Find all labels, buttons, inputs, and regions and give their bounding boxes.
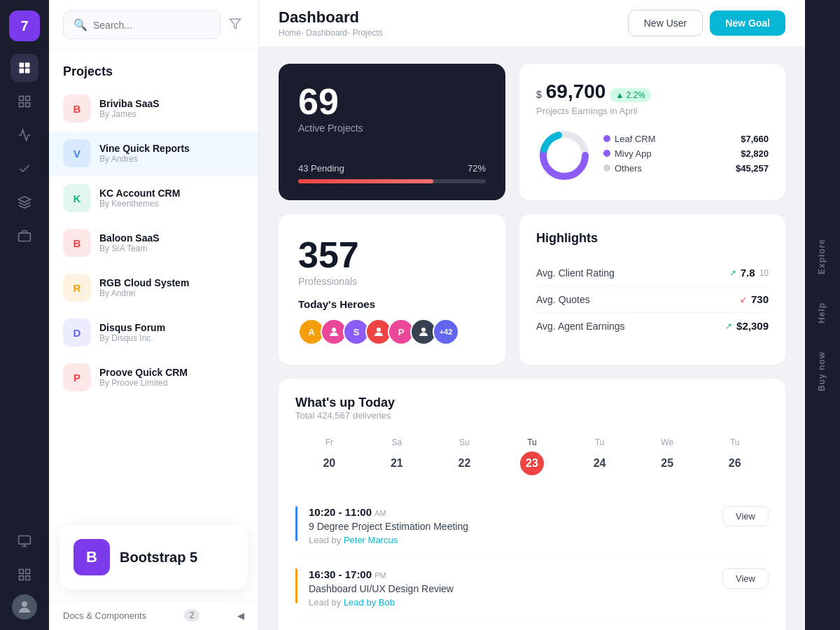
search-icon: 🔍: [74, 18, 88, 31]
project-icon: V: [63, 139, 91, 167]
svg-rect-7: [26, 103, 30, 107]
professionals-card: 357 Professionals Today's Heroes A S P: [279, 214, 505, 365]
right-panel: Explore Help Buy now: [805, 0, 840, 630]
highlight-val-row: ↙ 730: [740, 293, 769, 305]
event-bar: [295, 568, 298, 603]
event-time: 16:30 - 17:00 PM: [309, 568, 454, 580]
event-lead: Lead by Lead by Bob: [309, 597, 454, 608]
event-lead-link[interactable]: Peter Marcus: [344, 535, 398, 545]
trend-up-icon: ↗: [729, 268, 736, 278]
docs-label: Docs & Components: [63, 610, 146, 621]
nav-monitor-icon[interactable]: [10, 527, 38, 555]
svg-point-24: [421, 328, 426, 332]
sidebar-item-project[interactable]: V Vine Quick Reports By Andres: [49, 131, 258, 176]
project-list: B Briviba SaaS By James V Vine Quick Rep…: [49, 86, 258, 514]
main-content: Dashboard Home- Dashboard- Projects New …: [259, 0, 805, 630]
project-info: Proove Quick CRM By Proove Limited: [99, 367, 188, 388]
help-label[interactable]: Help: [817, 288, 829, 337]
calendar-row: Fr 20 Sa 21 Su 22 Tu 23 Tu 24: [295, 432, 769, 481]
user-number-badge[interactable]: 7: [9, 10, 40, 41]
bootstrap-card: B Bootstrap 5: [59, 525, 248, 589]
earnings-legend: Leaf CRM $7,660 Mivy App $2,820 Others $…: [603, 134, 769, 178]
project-name: Proove Quick CRM: [99, 367, 188, 378]
topbar-actions: New User New Goal: [628, 10, 785, 36]
highlight-value: 7.8: [741, 267, 755, 279]
search-box[interactable]: 🔍: [63, 10, 220, 39]
new-user-button[interactable]: New User: [628, 10, 703, 36]
svg-marker-18: [230, 19, 241, 29]
collapse-icon[interactable]: ◀: [237, 610, 244, 621]
highlight-extra: 10: [760, 268, 769, 278]
nav-briefcase-icon[interactable]: [10, 222, 38, 250]
svg-point-17: [22, 601, 27, 607]
nav-grid2-icon[interactable]: [10, 561, 38, 589]
cal-day-today: Tu 23: [498, 432, 566, 481]
project-author: By Andrei: [99, 288, 189, 298]
cal-day: Tu 26: [701, 432, 769, 481]
legend-item-mivy: Mivy App $2,820: [603, 148, 769, 159]
svg-rect-16: [26, 576, 30, 580]
icon-bar: 7: [0, 0, 49, 630]
earnings-card: $ 69,700 ▲ 2.2% Projects Earnings in Apr…: [519, 64, 785, 200]
cal-day: Sa 21: [363, 432, 431, 481]
svg-rect-14: [26, 570, 30, 574]
event-item-3: 12:00 - 13:40 AM Marketing Campaign Disc…: [295, 620, 769, 630]
project-name: Briviba SaaS: [99, 98, 160, 109]
docs-count: 2: [184, 609, 200, 622]
event-name: Dashboard UI/UX Design Review: [309, 583, 454, 594]
heroes-label: Today's Heroes: [298, 298, 486, 310]
sidebar-item-project[interactable]: B Briviba SaaS By James: [49, 86, 258, 131]
topbar-left: Dashboard Home- Dashboard- Projects: [279, 8, 383, 38]
event-lead-link[interactable]: Lead by Bob: [344, 597, 395, 608]
sidebar-item-project[interactable]: K KC Account CRM By Keenthemes: [49, 176, 258, 220]
event-details: 10:20 - 11:00 AM 9 Degree Project Estima…: [309, 506, 468, 545]
search-input[interactable]: [93, 20, 210, 31]
highlight-value: $2,309: [736, 320, 769, 332]
project-info: Briviba SaaS By James: [99, 98, 160, 119]
project-icon: B: [63, 94, 91, 122]
project-info: Disqus Forum By Disqus Inc.: [99, 322, 165, 343]
nav-dashboard-icon[interactable]: [10, 54, 38, 82]
projects-label: Projects: [49, 50, 258, 86]
schedule-title-group: What's up Today Total 424,567 deliveries: [295, 396, 395, 421]
nav-layers-icon[interactable]: [10, 188, 38, 216]
user-avatar[interactable]: [12, 594, 37, 620]
sidebar-item-project[interactable]: P Proove Quick CRM By Proove Limited: [49, 355, 258, 400]
earnings-amount: 69,700: [546, 80, 606, 103]
svg-point-23: [377, 328, 381, 332]
heroes-row: A S P +42: [298, 318, 486, 345]
schedule-header: What's up Today Total 424,567 deliveries: [295, 396, 769, 421]
bootstrap-icon: B: [74, 539, 110, 575]
explore-label[interactable]: Explore: [817, 225, 829, 288]
professionals-label: Professionals: [298, 276, 486, 287]
sidebar-item-project[interactable]: B Baloon SaaS By SIA Team: [49, 220, 258, 265]
schedule-title: What's up Today: [295, 396, 395, 410]
project-author: By SIA Team: [99, 244, 160, 253]
cal-day: Tu 24: [566, 432, 634, 481]
nav-check-icon[interactable]: [10, 155, 38, 183]
event-item-1: 10:20 - 11:00 AM 9 Degree Project Estima…: [295, 495, 769, 557]
professionals-count: 357: [298, 234, 486, 276]
view-button[interactable]: View: [722, 506, 769, 526]
cal-day: Fr 20: [295, 432, 363, 481]
highlight-val-row: ↗ $2,309: [725, 320, 769, 332]
second-row: 357 Professionals Today's Heroes A S P: [279, 214, 785, 365]
schedule-section: What's up Today Total 424,567 deliveries…: [279, 379, 785, 630]
top-row: 69 Active Projects 43 Pending 72% $ 69,7…: [279, 64, 785, 200]
nav-grid-icon[interactable]: [10, 88, 38, 115]
view-button[interactable]: View: [722, 568, 769, 589]
project-info: Vine Quick Reports By Andres: [99, 143, 190, 164]
sidebar-item-project[interactable]: D Disqus Forum By Disqus Inc.: [49, 310, 258, 355]
svg-rect-15: [20, 576, 24, 580]
new-goal-button[interactable]: New Goal: [710, 10, 785, 36]
earnings-top: $ 69,700 ▲ 2.2%: [536, 80, 769, 103]
project-author: By Proove Limited: [99, 378, 188, 388]
filter-button[interactable]: [226, 15, 244, 35]
buy-now-label[interactable]: Buy now: [817, 337, 829, 405]
highlight-row-quotes: Avg. Quotes ↙ 730: [536, 286, 769, 313]
nav-chart-icon[interactable]: [10, 121, 38, 149]
highlight-val-row: ↗ 7.8 10: [729, 267, 769, 279]
sidebar-item-project[interactable]: R RGB Cloud System By Andrei: [49, 265, 258, 310]
active-projects-count: 69: [298, 83, 486, 120]
svg-rect-10: [19, 536, 31, 545]
